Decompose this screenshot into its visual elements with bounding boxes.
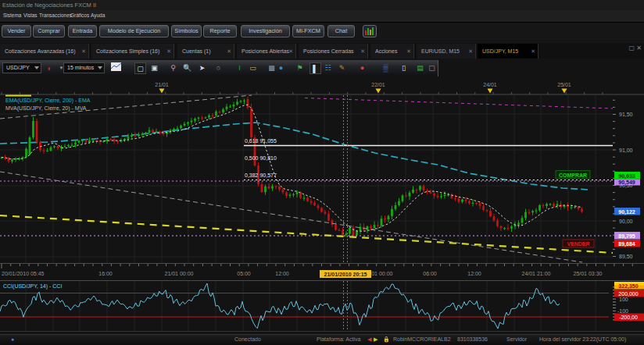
svg-text:90,00: 90,00 bbox=[619, 219, 633, 224]
svg-text:90,549: 90,549 bbox=[618, 180, 635, 186]
svg-text:CCI(USD/JPY, 14) - CCI: CCI(USD/JPY, 14) - CCI bbox=[3, 283, 62, 290]
svg-text:89,684: 89,684 bbox=[618, 241, 635, 247]
svg-text:89,795: 89,795 bbox=[618, 233, 635, 240]
svg-text:21/01/2010 20:15: 21/01/2010 20:15 bbox=[324, 272, 367, 277]
svg-text:91,50: 91,50 bbox=[619, 112, 633, 117]
svg-text:25/01: 25/01 bbox=[557, 82, 571, 87]
svg-text:22/01: 22/01 bbox=[371, 82, 385, 87]
svg-text:12:00: 12:00 bbox=[467, 271, 481, 276]
svg-text:0,382 90,577: 0,382 90,577 bbox=[245, 172, 277, 178]
svg-text:200,000: 200,000 bbox=[618, 291, 638, 297]
svg-text:MVA(USD/JPY, Cierre, 20) - MVA: MVA(USD/JPY, Cierre, 20) - MVA bbox=[5, 105, 87, 112]
svg-text:EMA(USD/JPY, Cierre, 200) - EM: EMA(USD/JPY, Cierre, 200) - EMA bbox=[5, 98, 91, 104]
svg-text:91,00: 91,00 bbox=[619, 148, 633, 153]
svg-text:322,350: 322,350 bbox=[618, 283, 638, 290]
svg-text:90,122: 90,122 bbox=[618, 209, 635, 215]
svg-text:25/01 03:30: 25/01 03:30 bbox=[574, 271, 603, 276]
svg-text:COMPRAR: COMPRAR bbox=[559, 172, 587, 178]
svg-text:24/01 21:00: 24/01 21:00 bbox=[522, 271, 551, 276]
svg-text:20/01/2010 05:45: 20/01/2010 05:45 bbox=[2, 271, 45, 276]
svg-text:100: 100 bbox=[619, 297, 628, 302]
svg-text:89,50: 89,50 bbox=[619, 254, 633, 259]
svg-text:VENDER: VENDER bbox=[567, 241, 589, 247]
svg-text:21/01 00:00: 21/01 00:00 bbox=[165, 271, 194, 276]
svg-text:24/01: 24/01 bbox=[483, 82, 497, 87]
svg-text:16:00: 16:00 bbox=[98, 271, 113, 276]
svg-text:0,618 91,055: 0,618 91,055 bbox=[245, 138, 277, 144]
svg-text:0,500 90,810: 0,500 90,810 bbox=[245, 155, 277, 161]
svg-text:-200,00: -200,00 bbox=[619, 315, 638, 320]
svg-text:06:00: 06:00 bbox=[423, 271, 437, 276]
svg-text:-100: -100 bbox=[617, 308, 628, 314]
svg-text:12:00: 12:00 bbox=[275, 271, 289, 276]
svg-text:21/01: 21/01 bbox=[155, 82, 169, 87]
svg-text:90,633: 90,633 bbox=[618, 173, 635, 180]
svg-text:05:00: 05:00 bbox=[237, 271, 251, 276]
